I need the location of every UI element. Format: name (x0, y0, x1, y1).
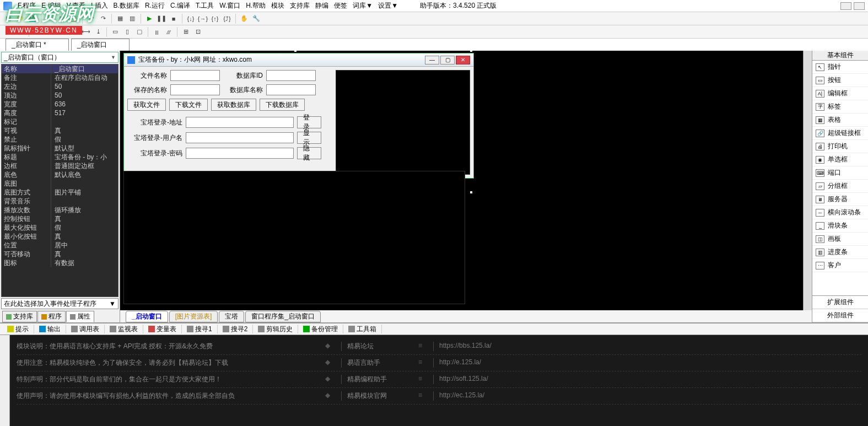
pause-icon[interactable]: ❚❚ (157, 14, 166, 24)
size-icon[interactable]: ▭ (110, 27, 120, 37)
input-addr[interactable] (186, 117, 294, 128)
save-icon[interactable]: 💾 (28, 14, 37, 24)
property-grid[interactable]: 名称_启动窗口备注在程序启动后自动左边50顶边50宽度636高度517标记可视真… (1, 64, 118, 297)
property-row[interactable]: 底图 (2, 179, 118, 188)
undo-icon[interactable]: ↶ (86, 14, 96, 24)
menu-item[interactable]: 模块 (271, 2, 284, 9)
download-db-button[interactable]: 下载数据库 (260, 99, 305, 111)
palette-item[interactable]: 🖥服务器 (812, 193, 868, 206)
menu-item[interactable]: C.编译 (170, 2, 190, 9)
minimize-button[interactable]: — (425, 56, 439, 64)
align-icon[interactable]: ⤒ (69, 27, 79, 37)
output-tab[interactable]: 提示 (3, 323, 33, 335)
maximize-button[interactable]: ▢ (440, 56, 455, 64)
property-row[interactable]: 禁止假 (2, 135, 118, 144)
menu-item[interactable]: 静编 (315, 2, 328, 9)
property-row[interactable]: 底图方式图片平铺 (2, 188, 118, 197)
input-db-id[interactable] (266, 70, 316, 81)
menu-item[interactable]: F.程序 (18, 2, 36, 9)
cut-icon[interactable]: ✂ (45, 14, 55, 24)
property-row[interactable]: 最大化按钮假 (2, 223, 118, 232)
step-icon[interactable]: {⤴} (222, 14, 232, 24)
output-tab[interactable]: 搜寻2 (219, 323, 252, 335)
new-icon[interactable]: ▤ (3, 14, 13, 24)
property-row[interactable]: 宽度636 (2, 100, 118, 109)
palette-item[interactable]: ▦表格 (812, 114, 868, 127)
tool-icon[interactable]: ▥ (127, 14, 137, 24)
palette-tab-extended[interactable]: 扩展组件 (812, 296, 868, 309)
property-row[interactable]: 鼠标指针默认型 (2, 144, 118, 153)
palette-item[interactable]: ▭按钮 (812, 74, 868, 87)
hand-icon[interactable]: ✋ (239, 14, 249, 24)
paste-icon[interactable]: 📋 (69, 14, 79, 24)
left-tab[interactable]: 程序 (37, 311, 66, 322)
input-pwd[interactable] (186, 148, 294, 159)
property-row[interactable]: 边框普通固定边框 (2, 161, 118, 170)
copy-icon[interactable]: ⧉ (57, 14, 67, 24)
center-icon[interactable]: ⊡ (193, 27, 203, 37)
object-selector[interactable]: _启动窗口（窗口）▼ (1, 52, 118, 63)
editor-tab[interactable]: [图片资源表] (169, 311, 218, 322)
palette-tab-external[interactable]: 外部组件 (812, 309, 868, 322)
size-icon[interactable]: ▯ (122, 27, 132, 37)
property-row[interactable]: 可否移动真 (2, 250, 118, 258)
property-row[interactable]: 控制按钮真 (2, 214, 118, 223)
size-icon[interactable]: ▢ (134, 27, 144, 37)
menu-item[interactable]: 设置▼ (378, 2, 398, 9)
palette-item[interactable]: ↔横向滚动条 (812, 206, 868, 219)
palette-item[interactable]: ⌨端口 (812, 166, 868, 180)
stop-icon[interactable]: ■ (169, 14, 179, 24)
hide-button[interactable]: 隐藏 (297, 147, 321, 159)
editor-tab[interactable]: 窗口程序集_启动窗口 (245, 311, 321, 322)
menu-item[interactable]: 支持库 (290, 2, 310, 9)
output-tab[interactable]: 剪辑历史 (254, 323, 296, 335)
property-row[interactable]: 名称_启动窗口 (2, 64, 118, 73)
property-row[interactable]: 底色默认底色 (2, 170, 118, 179)
palette-item[interactable]: ⋯客户 (812, 259, 868, 272)
output-tab[interactable]: 调用表 (67, 323, 103, 335)
palette-item[interactable]: ◉单选框 (812, 153, 868, 166)
input-file-name[interactable] (170, 70, 220, 81)
output-tab[interactable]: 备份管理 (299, 323, 342, 335)
align-icon[interactable]: ⟷ (81, 27, 91, 37)
menu-item[interactable]: W.窗口 (219, 2, 240, 9)
menu-item[interactable]: T.工具 (196, 2, 214, 9)
palette-item[interactable]: 字标签 (812, 100, 868, 114)
palette-item[interactable]: ↖指针 (812, 61, 868, 74)
doc-tab[interactable]: _启动窗口 * (6, 39, 69, 51)
palette-item[interactable]: ◫画板 (812, 233, 868, 246)
layout-icon[interactable]: ▦ (3, 27, 13, 37)
form-titlebar[interactable]: 宝塔备份 - by：小k网 网址：xkwo.com — ▢ ✕ (124, 53, 473, 67)
restore-button[interactable] (854, 2, 865, 10)
run-icon[interactable]: ▶ (144, 14, 154, 24)
align-icon[interactable]: ⤓ (93, 27, 103, 37)
show-button[interactable]: 显示 (297, 132, 321, 144)
menu-item[interactable]: E.编辑 (41, 2, 61, 9)
property-row[interactable]: 标题宝塔备份 - by：小 (2, 153, 118, 161)
palette-item[interactable]: ⎯滑块条 (812, 219, 868, 233)
menu-item[interactable]: 便签 (334, 2, 347, 9)
space-icon[interactable]: ⫻ (164, 27, 174, 37)
editor-tab[interactable]: _启动窗口 (126, 311, 168, 322)
build-icon[interactable]: 🔧 (251, 14, 261, 24)
palette-item[interactable]: 🔗超级链接框 (812, 127, 868, 140)
palette-item[interactable]: ▥进度条 (812, 246, 868, 259)
output-tab[interactable]: 工具箱 (344, 323, 380, 335)
layout-icon[interactable]: ▤ (15, 27, 25, 37)
get-file-button[interactable]: 获取文件 (127, 99, 166, 111)
design-surface[interactable]: 宝塔备份 - by：小k网 网址：xkwo.com — ▢ ✕ 文件名称 (120, 51, 803, 310)
menu-item[interactable]: B.数据库 (114, 2, 139, 9)
property-row[interactable]: 最小化按钮真 (2, 232, 118, 241)
output-tab[interactable]: 变量表 (144, 323, 180, 335)
form-window[interactable]: 宝塔备份 - by：小k网 网址：xkwo.com — ▢ ✕ 文件名称 (123, 53, 474, 179)
align-icon[interactable]: ⇤ (33, 27, 42, 37)
property-row[interactable]: 顶边50 (2, 91, 118, 100)
menu-item[interactable]: V.查看 (67, 2, 85, 9)
property-row[interactable]: 高度517 (2, 109, 118, 117)
close-button[interactable]: ✕ (456, 56, 470, 64)
align-icon[interactable]: ⇥ (57, 27, 67, 37)
property-row[interactable]: 图标有数据 (2, 258, 118, 267)
menu-item[interactable]: 词库▼ (353, 2, 373, 9)
output-panel[interactable]: 模块说明：使用易语言核心支持库 + API完成 授权：开源&永久免费◆精易论坛≡… (10, 335, 868, 426)
input-save-name[interactable] (170, 84, 220, 95)
